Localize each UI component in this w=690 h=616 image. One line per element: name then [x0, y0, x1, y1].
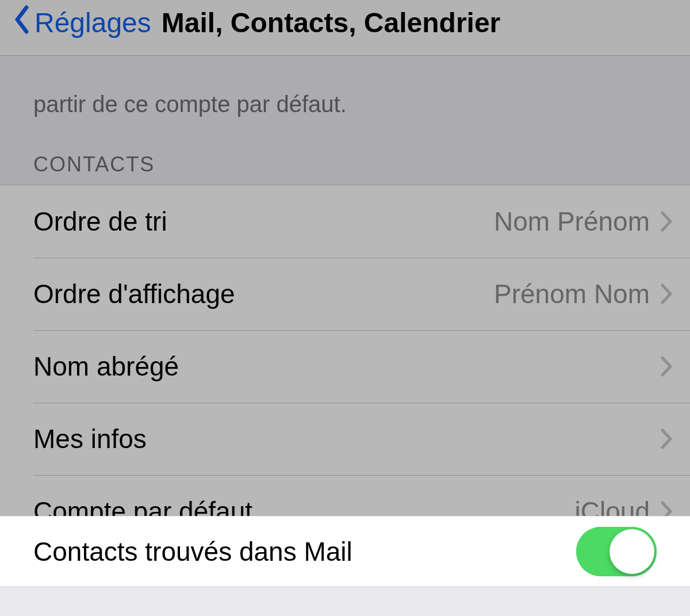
chevron-left-icon — [13, 5, 30, 40]
back-label: Réglages — [34, 7, 151, 39]
row-short-name[interactable]: Nom abrégé — [0, 330, 690, 403]
row-label: Nom abrégé — [33, 351, 660, 382]
row-display-order[interactable]: Ordre d'affichage Prénom Nom — [0, 258, 690, 330]
chevron-right-icon — [660, 283, 673, 305]
back-button[interactable]: Réglages — [13, 5, 151, 40]
row-label: Mes infos — [33, 423, 660, 454]
row-label: Ordre d'affichage — [33, 278, 494, 309]
section-header-contacts: CONTACTS — [0, 118, 690, 185]
row-label: Contacts trouvés dans Mail — [33, 536, 576, 567]
dimmed-background: Réglages Mail, Contacts, Calendrier part… — [0, 0, 690, 516]
chevron-right-icon — [660, 211, 673, 232]
navigation-bar: Réglages Mail, Contacts, Calendrier — [0, 0, 690, 56]
bottom-strip — [0, 587, 690, 616]
toggle-switch[interactable] — [576, 527, 657, 576]
row-label: Ordre de tri — [33, 206, 494, 237]
contacts-group: Ordre de tri Nom Prénom Ordre d'affichag… — [0, 185, 690, 548]
chevron-right-icon — [660, 428, 673, 450]
chevron-right-icon — [660, 355, 673, 377]
row-sort-order[interactable]: Ordre de tri Nom Prénom — [0, 185, 690, 258]
row-value: Prénom Nom — [494, 278, 650, 309]
previous-section-footer: partir de ce compte par défaut. — [0, 56, 690, 118]
page-title: Mail, Contacts, Calendrier — [162, 7, 500, 39]
switch-knob — [610, 529, 654, 574]
row-value: Nom Prénom — [494, 206, 650, 237]
row-contacts-found-in-mail: Contacts trouvés dans Mail — [0, 516, 690, 587]
row-my-info[interactable]: Mes infos — [0, 403, 690, 475]
